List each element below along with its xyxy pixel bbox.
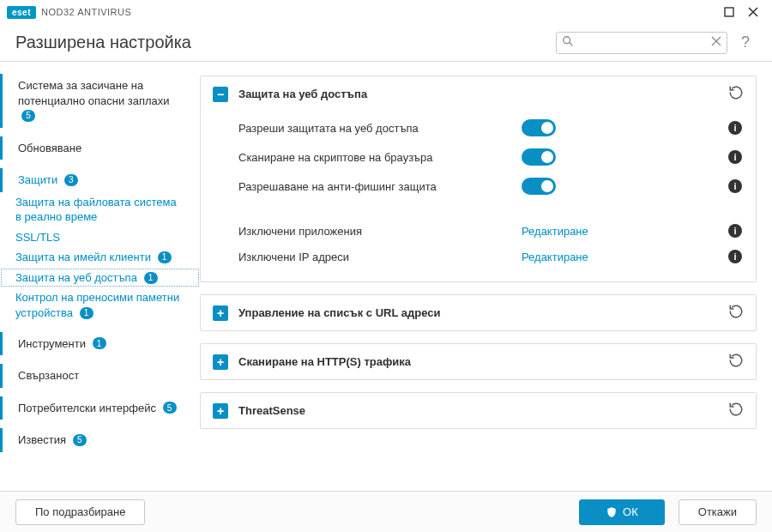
info-icon[interactable]: i xyxy=(727,179,744,193)
expand-icon: + xyxy=(213,403,228,419)
info-icon[interactable]: i xyxy=(727,121,744,135)
svg-rect-0 xyxy=(725,8,733,16)
sidebar-sub-email[interactable]: Защита на имейл клиенти 1 xyxy=(0,247,200,268)
panel-threatsense: + ThreatSense xyxy=(200,392,757,429)
search-icon xyxy=(562,35,574,50)
panel-web-access: − Защита на уеб достъпа Разреши защитата… xyxy=(200,76,757,282)
sidebar-item-badge: 1 xyxy=(144,272,158,284)
toggle-antiphishing[interactable] xyxy=(522,178,556,195)
sidebar-item-label: SSL/TLS xyxy=(15,231,60,244)
panel-title: Сканиране на HTTP(S) трафика xyxy=(238,355,411,368)
panel-title: Управление на списък с URL адреси xyxy=(238,306,441,319)
ok-button-label: ОК xyxy=(623,505,638,518)
panel-revert-icon[interactable] xyxy=(728,353,744,371)
sidebar-sub-ssl-tls[interactable]: SSL/TLS xyxy=(0,227,200,248)
clear-search-icon[interactable] xyxy=(711,36,721,49)
window-close-icon[interactable] xyxy=(741,3,765,21)
svg-point-3 xyxy=(564,37,570,44)
sidebar-item-badge: 3 xyxy=(64,174,78,186)
setting-label: Разреши защитата на уеб достъпа xyxy=(238,122,522,135)
sidebar-item-label: Защита на уеб достъпа xyxy=(15,271,137,284)
setting-row-browser-scripts: Сканиране на скриптове на браузъра i xyxy=(213,142,744,172)
setting-row-enable-web: Разреши защитата на уеб достъпа i xyxy=(213,113,744,142)
edit-excluded-apps-link[interactable]: Редактиране xyxy=(522,225,588,238)
panel-revert-icon[interactable] xyxy=(728,85,744,103)
product-name: NOD32 ANTIVIRUS xyxy=(41,7,131,17)
sidebar-item-ui[interactable]: Потребителски интерфейс 5 xyxy=(0,396,200,420)
sidebar-item-badge: 1 xyxy=(80,307,93,319)
panel-url-list: + Управление на списък с URL адреси xyxy=(200,294,757,331)
panel-header[interactable]: + Сканиране на HTTP(S) трафика xyxy=(201,344,756,379)
setting-label: Изключени IP адреси xyxy=(238,251,522,263)
sidebar-item-notifications[interactable]: Известия 5 xyxy=(0,428,200,452)
sidebar-item-badge: 5 xyxy=(21,110,35,122)
sidebar-item-label: Защита на файловата система в реално вре… xyxy=(15,196,177,224)
defaults-button[interactable]: По подразбиране xyxy=(15,499,145,525)
sidebar-item-badge: 5 xyxy=(73,434,87,446)
search-input[interactable] xyxy=(577,37,708,49)
edit-excluded-ips-link[interactable]: Редактиране xyxy=(522,251,588,263)
sidebar-item-protections[interactable]: Защити 3 xyxy=(0,168,200,192)
setting-label: Сканиране на скриптове на браузъра xyxy=(238,151,522,164)
search-box[interactable] xyxy=(556,32,727,54)
setting-row-excluded-ips: Изключени IP адреси Редактиране i xyxy=(213,244,744,269)
sidebar-item-label: Потребителски интерфейс xyxy=(18,402,156,414)
setting-row-excluded-apps: Изключени приложения Редактиране i xyxy=(213,218,744,244)
sidebar-item-label: Свързаност xyxy=(18,369,79,382)
sidebar-item-update[interactable]: Обновяване xyxy=(0,136,200,160)
cancel-button[interactable]: Откажи xyxy=(679,499,757,525)
sidebar-item-badge: 1 xyxy=(158,251,172,263)
setting-row-antiphishing: Разрешаване на анти-фишинг защита i xyxy=(213,172,744,201)
toggle-browser-scripts[interactable] xyxy=(522,148,556,166)
shield-icon xyxy=(606,506,618,518)
toggle-enable-web[interactable] xyxy=(522,119,556,136)
sidebar-item-label: Система за засичане на потенциално опасн… xyxy=(18,79,170,107)
sidebar-overflow-indicator xyxy=(0,461,200,468)
expand-icon: + xyxy=(213,354,228,370)
panel-header[interactable]: − Защита на уеб достъпа xyxy=(201,76,756,112)
sidebar: Система за засичане на потенциално опасн… xyxy=(0,62,200,491)
sidebar-sub-removable-media[interactable]: Контрол на преносими паметни устройства … xyxy=(0,287,200,323)
ok-button[interactable]: ОК xyxy=(579,499,665,525)
sidebar-item-badge: 1 xyxy=(93,337,106,349)
panel-header[interactable]: + ThreatSense xyxy=(201,393,756,428)
sidebar-item-badge: 5 xyxy=(163,402,177,414)
brand-logo: eset xyxy=(7,6,36,19)
page-title: Разширена настройка xyxy=(15,33,191,52)
info-icon[interactable]: i xyxy=(727,224,744,238)
info-icon[interactable]: i xyxy=(727,250,744,263)
sidebar-item-label: Обновяване xyxy=(18,142,81,154)
sidebar-item-label: Инструменти xyxy=(18,337,86,350)
setting-label: Разрешаване на анти-фишинг защита xyxy=(238,180,522,193)
panel-http-scanning: + Сканиране на HTTP(S) трафика xyxy=(200,343,757,380)
info-icon[interactable]: i xyxy=(727,150,744,164)
sidebar-sub-realtime-fs[interactable]: Защита на файловата система в реално вре… xyxy=(0,192,200,227)
panel-title: ThreatSense xyxy=(238,404,305,417)
main-content: − Защита на уеб достъпа Разреши защитата… xyxy=(200,62,772,491)
sidebar-item-label: Известия xyxy=(18,433,66,446)
panel-title: Защита на уеб достъпа xyxy=(238,88,367,100)
setting-label: Изключени приложения xyxy=(238,225,522,238)
svg-line-4 xyxy=(570,43,573,46)
sidebar-item-connectivity[interactable]: Свързаност xyxy=(0,364,200,388)
expand-icon: + xyxy=(213,305,228,321)
sidebar-item-tools[interactable]: Инструменти 1 xyxy=(0,332,200,356)
sidebar-item-label: Контрол на преносими паметни устройства xyxy=(15,291,179,319)
window-maximize-icon[interactable] xyxy=(717,3,741,21)
sidebar-item-threat-detection[interactable]: Система за засичане на потенциално опасн… xyxy=(0,74,200,128)
collapse-icon: − xyxy=(213,87,228,102)
sidebar-item-label: Защити xyxy=(18,173,57,186)
panel-header[interactable]: + Управление на списък с URL адреси xyxy=(201,295,756,330)
help-icon[interactable]: ? xyxy=(734,33,757,51)
sidebar-sub-web-access[interactable]: Защита на уеб достъпа 1 xyxy=(0,268,200,288)
sidebar-item-label: Защита на имейл клиенти xyxy=(15,251,151,263)
panel-revert-icon[interactable] xyxy=(728,402,744,420)
panel-revert-icon[interactable] xyxy=(728,304,744,322)
